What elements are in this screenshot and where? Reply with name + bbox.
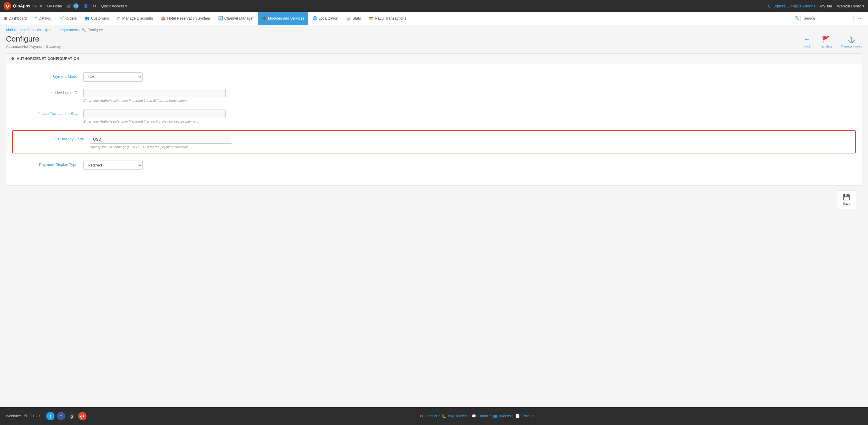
- explore-icon: ⬡: [768, 4, 771, 8]
- footer-timer-icon: ⏱: [24, 414, 27, 418]
- payment-display-type-select[interactable]: Redirect Iframe Popup: [83, 161, 143, 170]
- stats-icon: 📊: [346, 16, 351, 21]
- cart-badge: 20: [73, 3, 79, 9]
- localization-icon: 🌐: [312, 16, 317, 21]
- twitter-button[interactable]: t: [46, 412, 55, 420]
- my-hotel-label: My Hotel: [47, 4, 62, 8]
- nav-search-area: 🔍 ⋯: [792, 12, 868, 25]
- label-live-login: * Live Login ID: [18, 89, 83, 95]
- nav-item-hotel-reservation[interactable]: 🏨 Hotel Reservation System: [157, 12, 214, 25]
- search-input[interactable]: [800, 15, 854, 22]
- translate-button[interactable]: 🚩 Translate: [819, 36, 832, 48]
- top-bar-right: ⬡ Explore QloApps Addons My site Webkul …: [768, 4, 864, 8]
- form-row-payment-mode: Payment Mode Live Test: [6, 73, 862, 82]
- profile-link[interactable]: 👤: [83, 4, 88, 8]
- page-title: Configure: [6, 34, 61, 44]
- nav-label-channel: Channel Manager: [224, 16, 254, 21]
- translate-icon: 🚩: [822, 36, 830, 43]
- github-button[interactable]: g: [68, 412, 76, 420]
- my-hotel-link[interactable]: My Hotel: [47, 4, 62, 8]
- page-header: Configure AuthorizeNet Payment Gateway ←…: [0, 32, 868, 53]
- hooks-icon: ⚓: [847, 36, 855, 43]
- footer-training-link[interactable]: Training: [522, 414, 534, 418]
- config-panel: ⚙ AUTHORIZENET CONFIGURATION Payment Mod…: [6, 53, 862, 186]
- nav-label-payu: PayU Transactions: [375, 16, 406, 21]
- live-login-input[interactable]: [83, 89, 226, 97]
- back-label: Back: [803, 45, 810, 48]
- nav-item-channel-manager[interactable]: 🔄 Channel Manager: [214, 12, 258, 25]
- nav-item-payu[interactable]: 💳 PayU Transactions: [365, 12, 410, 25]
- footer-brand-name: Webkul™: [6, 414, 21, 418]
- footer-timer: 0.138s: [30, 414, 40, 418]
- logo-area: Q QloApps 1.6.0.0: [4, 2, 42, 10]
- nav-item-manage-discounts[interactable]: 🏷 Manage Discounts: [113, 12, 157, 25]
- channel-icon: 🔄: [218, 16, 223, 21]
- footer-brand: Webkul™ ⏱ 0.138s: [6, 414, 40, 418]
- label-transaction-key: * Live Transaction Key: [18, 110, 83, 116]
- dashboard-icon: ⊞: [4, 16, 7, 21]
- currency-code-hint: Specify the ISO code (e.g., USD, EUR) fo…: [90, 145, 232, 149]
- form-row-live-login: * Live Login ID Enter your Authorize.Net…: [6, 89, 862, 103]
- config-body: Payment Mode Live Test * Live Login ID: [6, 64, 862, 185]
- translate-label: Translate: [819, 45, 832, 48]
- breadcrumb-qloauth[interactable]: qloauthorizepayment: [45, 28, 78, 32]
- label-display-type: Payment Display Type: [18, 161, 83, 167]
- live-login-hint: Enter your Authorize.Net Live Merchant L…: [83, 99, 226, 103]
- hooks-label: Manage hooks: [841, 45, 862, 48]
- nav-item-localization[interactable]: 🌐 Localization: [309, 12, 342, 25]
- nav-item-dashboard[interactable]: ⊞ Dashboard: [0, 12, 31, 25]
- footer-contact-icon: ✉: [420, 414, 423, 418]
- required-star-currency: *: [54, 137, 56, 141]
- footer-bugtracker-icon: 🐛: [442, 414, 446, 418]
- app-name: QloApps: [13, 4, 30, 8]
- back-icon: ←: [804, 36, 810, 43]
- nav-item-catalog[interactable]: ≡ Catalog: [31, 12, 56, 25]
- my-site-label: My site: [820, 4, 832, 8]
- nav-label-localization: Localization: [319, 16, 338, 21]
- field-transaction-key: Enter your Authorize.Net Live Merchant T…: [83, 110, 226, 123]
- footer-links: ✉ Contact / 🐛 Bug Tracker / 💬 Forum / 👥 …: [92, 414, 862, 418]
- breadcrumb-current: Configure: [88, 28, 103, 32]
- nav-label-customers: Customers: [91, 16, 109, 21]
- webkul-demo-link[interactable]: Webkul Demo ▾: [837, 4, 864, 8]
- quick-access-label: Quick Access: [101, 4, 124, 8]
- payment-mode-select[interactable]: Live Test: [83, 73, 143, 82]
- manage-hooks-button[interactable]: ⚓ Manage hooks: [841, 36, 862, 48]
- breadcrumb-modules[interactable]: Modules and Services: [6, 28, 41, 32]
- catalog-icon: ≡: [35, 16, 37, 21]
- form-row-currency-code: * Currency Code Specify the ISO code (e.…: [12, 130, 856, 153]
- footer-contact-link[interactable]: Contact: [425, 414, 437, 418]
- config-panel-header: ⚙ AUTHORIZENET CONFIGURATION: [6, 54, 862, 64]
- required-star-login: *: [51, 90, 53, 95]
- back-button[interactable]: ← Back: [803, 36, 810, 48]
- currency-code-input[interactable]: [90, 135, 232, 144]
- breadcrumb-sep-1: /: [42, 28, 43, 32]
- live-transaction-key-input[interactable]: [83, 110, 226, 118]
- footer-forum-link[interactable]: Forum: [478, 414, 488, 418]
- webkul-demo-label: Webkul Demo: [837, 4, 861, 8]
- facebook-button[interactable]: f: [57, 412, 65, 420]
- save-button[interactable]: 💾 Save: [837, 190, 856, 209]
- page-title-area: Configure AuthorizeNet Payment Gateway: [6, 34, 61, 49]
- nav-label-modules: Modules and Services: [268, 16, 305, 21]
- footer-addons-icon: 👥: [493, 414, 497, 418]
- my-site-link[interactable]: My site: [820, 4, 832, 8]
- nav-item-stats[interactable]: 📊 Stats: [342, 12, 365, 25]
- nav-more-btn[interactable]: ⋯: [855, 16, 866, 21]
- nav-item-orders[interactable]: 🛒 Orders: [56, 12, 81, 25]
- webkul-demo-chevron: ▾: [862, 4, 864, 8]
- cart-link[interactable]: 🛒 20: [67, 3, 79, 9]
- nav-label-hotel: Hotel Reservation System: [167, 16, 210, 21]
- explore-addons-link[interactable]: ⬡ Explore QloApps Addons: [768, 4, 815, 8]
- nav-item-modules-services[interactable]: ➕ Modules and Services: [258, 12, 309, 25]
- config-section-title: AUTHORIZENET CONFIGURATION: [17, 57, 80, 61]
- footer-bugtracker-link[interactable]: Bug Tracker: [448, 414, 467, 418]
- field-live-login: Enter your Authorize.Net Live Merchant L…: [83, 89, 226, 103]
- quick-access-link[interactable]: Quick Access ▾: [101, 4, 127, 8]
- footer: Webkul™ ⏱ 0.138s t f g g+ ✉ Contact / 🐛 …: [0, 407, 868, 425]
- field-display-type: Redirect Iframe Popup: [83, 161, 226, 170]
- footer-addons-link[interactable]: Addons: [499, 414, 511, 418]
- nav-item-customers[interactable]: 👥 Customers: [81, 12, 113, 25]
- mail-link[interactable]: ✉: [93, 4, 96, 8]
- google-button[interactable]: g+: [78, 412, 87, 420]
